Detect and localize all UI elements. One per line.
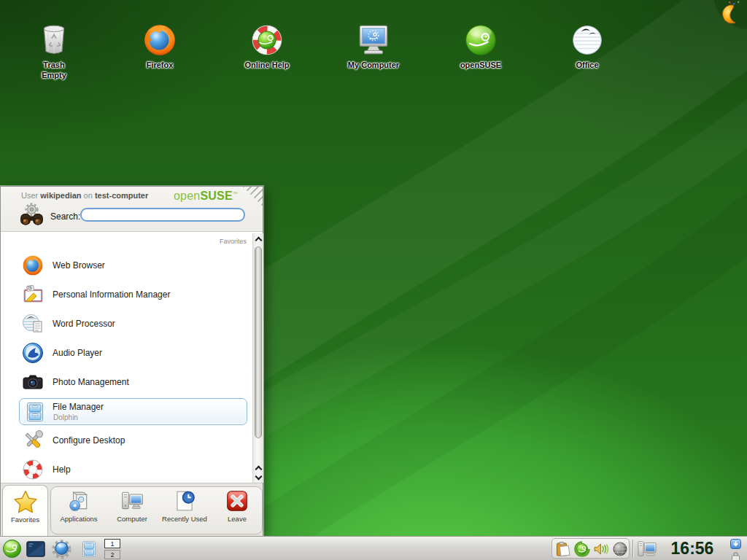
section-label: Favorites [220, 238, 247, 245]
configure-tools-icon [21, 429, 44, 452]
menu-item-sublabel: Dolphin [53, 413, 78, 421]
tab-applications[interactable]: Applications [55, 485, 102, 530]
desktop-icon-label: Office [547, 60, 627, 70]
menu-item-file-manager[interactable]: File Manager Dolphin [19, 398, 247, 425]
menu-item-web-browser[interactable]: Web Browser [2, 251, 250, 280]
hostname: test-computer [95, 191, 148, 200]
audio-player-icon [21, 341, 44, 365]
desktop-icon-my-computer[interactable]: My Computer [333, 22, 414, 70]
tab-recently-used[interactable]: Recently Used [157, 485, 212, 530]
klipper-icon[interactable] [555, 541, 571, 557]
kickoff-menu: User wikipedian on test-computer openSUS… [0, 186, 263, 535]
desktop-icon-opensuse[interactable]: openSUSE [441, 22, 521, 70]
desktop-icon-label: Online Help [227, 60, 307, 70]
computer-icon [120, 489, 144, 513]
star-icon [13, 489, 38, 514]
pager-desktop-2[interactable]: 2 [104, 550, 120, 559]
desktop-icon-label: My Computer [333, 60, 414, 70]
trash-icon [36, 22, 72, 58]
desktop-toolbox-cashew[interactable] [706, 0, 747, 34]
taskbar-clock[interactable]: 16:56 [659, 538, 726, 559]
file-cabinet-icon [23, 400, 47, 424]
konqueror-launcher-button[interactable] [51, 538, 72, 559]
search-binoculars-icon [18, 202, 46, 230]
desktop-icon-trash[interactable]: Trash Empty [14, 22, 94, 80]
menu-item-word-processor[interactable]: Word Processor [2, 309, 250, 338]
desktop-icon-label: Firefox [120, 60, 200, 70]
user-host-line: User wikipedian on test-computer [21, 191, 148, 200]
menu-item-audio-player[interactable]: Audio Player [2, 338, 250, 368]
office-icon [569, 22, 605, 58]
pim-icon [21, 283, 44, 306]
menu-item-help[interactable]: Help [2, 455, 250, 484]
pager-desktop-1[interactable]: 1 [104, 539, 120, 548]
help-lifebuoy-icon [21, 458, 44, 481]
opensuse-logo: openSUSE™ [174, 190, 238, 203]
desktop: Trash Empty Firefox [0, 0, 747, 560]
photo-camera-icon [21, 370, 44, 394]
username: wikipedian [40, 191, 81, 200]
firefox-icon [21, 254, 44, 277]
applications-box-icon [66, 489, 91, 513]
dolphin-launcher-button[interactable] [80, 540, 98, 559]
scrollbar-down-icon[interactable] [255, 473, 263, 481]
corner-hatch-decoration [243, 187, 263, 206]
search-input[interactable] [80, 208, 245, 222]
scrollbar-up-icon[interactable] [255, 237, 263, 244]
opensuse-icon [462, 22, 499, 58]
updater-geeko-icon[interactable] [574, 541, 590, 557]
kickoff-launcher-button[interactable] [2, 539, 22, 559]
tab-computer[interactable]: Computer [109, 485, 155, 530]
desktop-icon-online-help[interactable]: Online Help [227, 22, 307, 70]
my-computer-icon [355, 22, 392, 58]
panel-hide-arrow-icon[interactable] [730, 539, 741, 549]
scrollbar[interactable] [252, 233, 263, 483]
recently-used-icon [172, 489, 197, 513]
volume-icon[interactable] [593, 541, 609, 557]
menu-item-photo-management[interactable]: Photo Management [2, 368, 250, 397]
search-label: Search: [50, 211, 80, 222]
menu-item-pim[interactable]: Personal Information Manager [2, 280, 250, 309]
desktop-pager: 1 2 [104, 537, 122, 560]
leave-x-icon [225, 489, 249, 513]
firefox-icon [142, 22, 178, 58]
taskbar: 1 2 [0, 536, 747, 560]
word-processor-icon [21, 312, 44, 335]
desktop-icon-label: Trash Empty [14, 60, 94, 80]
online-help-icon [249, 22, 285, 58]
device-notifier-icon[interactable] [636, 540, 658, 559]
system-tray [551, 538, 630, 559]
scrollbar-up-icon[interactable] [255, 466, 263, 473]
network-globe-icon[interactable] [612, 541, 628, 557]
taskbar-separator [632, 540, 633, 558]
desktop-icon-label: openSUSE [441, 60, 521, 70]
lock-widgets-icon[interactable] [731, 551, 740, 559]
scrollbar-thumb[interactable] [255, 246, 262, 438]
kickoff-tabbar: Favorites Applications [1, 483, 263, 536]
tab-leave[interactable]: Leave [214, 485, 260, 530]
show-desktop-button[interactable] [26, 541, 45, 557]
menu-item-configure-desktop[interactable]: Configure Desktop [2, 426, 250, 455]
desktop-icon-firefox[interactable]: Firefox [120, 22, 200, 70]
kickoff-header: User wikipedian on test-computer openSUS… [1, 187, 263, 232]
desktop-icon-office[interactable]: Office [547, 22, 627, 70]
tab-favorites[interactable]: Favorites [2, 485, 48, 537]
